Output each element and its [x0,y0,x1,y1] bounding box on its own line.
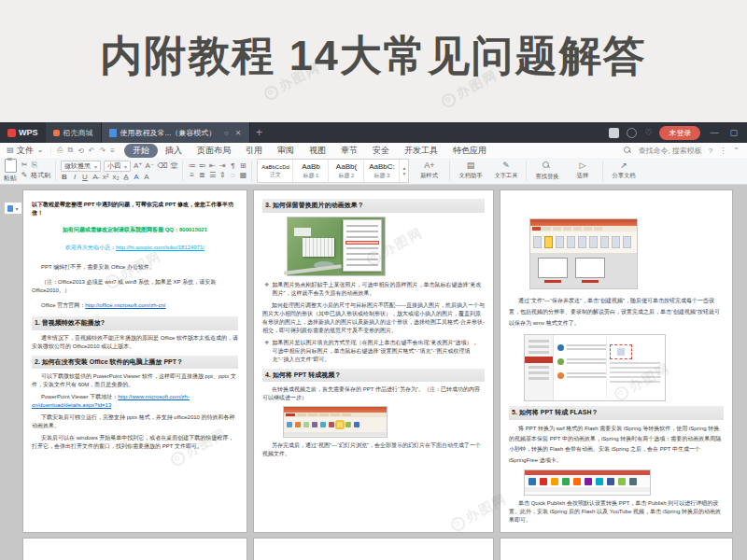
text-tool-button[interactable]: ✎ 文字工具 [490,161,521,180]
minimize-button[interactable]: — [708,129,720,137]
tab-section[interactable]: 章节 [333,143,365,159]
align-center-icon[interactable]: ≣ [198,172,205,179]
document-canvas[interactable]: 以下教程是帮您整理 PPT 中遇到的问题，可帮你完成 PPT 修改，使您工作事半… [0,185,747,560]
cut-icon[interactable]: ✂ [21,161,28,169]
select-button[interactable]: ▷ 选择 [567,161,598,180]
scroll-down-icon[interactable]: ▼ [402,171,406,176]
document-page-4[interactable] [23,539,247,560]
font-size-select[interactable]: 小四▾ [104,161,131,172]
preview-icon[interactable]: ⟲ [76,147,86,155]
show-marks-icon[interactable]: ¶ [229,162,236,170]
format-painter-button[interactable]: ✎ 格式刷 [21,171,50,180]
redo-icon[interactable]: ↷ [98,147,108,155]
file-menu-button[interactable]: ▤ 文件 ⌄ [0,145,50,157]
question-heading-4: 4. 如何将 PPT 转成视频？ [262,369,485,383]
tab-document[interactable]: 使用教程及常...（兼容模式） ○ ✕ [102,122,250,143]
document-page-5[interactable] [254,539,493,560]
login-button[interactable]: 未登录 [659,126,700,140]
doc-assistant-button[interactable]: ▤ 文档助手 [455,161,486,180]
align-right-icon[interactable]: ☰ [208,172,216,179]
numbered-list-icon[interactable]: ≕ [198,162,205,170]
line-spacing-icon[interactable]: ⇕ [218,172,226,179]
font-name-select[interactable]: 微软雅黑▾ [61,161,101,172]
print-icon[interactable]: ⧉ [65,146,75,155]
increase-indent-icon[interactable]: ⇥ [218,162,226,170]
decor-bar [529,478,536,485]
share-doc-button[interactable]: ↗ 分享文档 [608,161,639,180]
style-normal[interactable]: AaBbCcDd 正文 [258,160,293,182]
help-icon[interactable]: ? [709,147,712,155]
text-tool-icon: ✎ [502,161,510,170]
font-color-icon[interactable]: A [133,174,140,181]
document-page-3[interactable]: 通过“文件”—“保存并发送”，单击“创建视频”，随后便可单击按钮完成每个一些设置… [500,190,732,532]
decor-bar [342,413,351,416]
shading-icon[interactable]: ◌ [229,172,236,179]
wps-logo[interactable]: WPS [0,122,46,143]
tab-special-features[interactable]: 特色应用 [445,143,494,159]
decor-bar [308,413,317,416]
tab-references[interactable]: 引用 [238,143,270,159]
decor-bar [354,422,359,427]
bold-button[interactable]: B [61,174,68,181]
copy-icon[interactable]: ⎘ [31,161,38,169]
styles-scroll-arrows[interactable]: ▲ ▼ [400,160,408,182]
undo-icon[interactable]: ↶ [87,147,97,155]
paste-options-floatie[interactable]: ▾ [4,202,22,215]
subscript-icon[interactable]: x₂ [112,174,120,181]
collapse-ribbon-icon[interactable]: ⌃ [733,147,740,155]
decor-bar [345,422,351,427]
clear-format-icon[interactable]: ⌫ [157,162,167,170]
office-site-url[interactable]: http://office.microsoft.com/zh-cn/ [85,302,165,308]
underline-button[interactable]: U [81,174,89,181]
decor-bar [585,478,592,485]
document-page-2[interactable]: 3. 如何保留替换图片的动画效果？ ❖ 如果图片热点刚好贴于上某张照片，可选中相… [254,190,493,532]
decor-bar [629,478,637,485]
shrink-font-icon[interactable]: A⁻ [146,162,155,170]
decor-bar [532,227,541,231]
tab-docer-store[interactable]: 稻壳商城 [46,122,102,143]
shop-link-url[interactable]: http://hi.qoopic.com/tuku/18124971/ [116,245,204,250]
sort-icon[interactable]: ▦ [239,172,247,179]
customize-quickbar-icon[interactable]: ≡ [108,147,117,155]
tab-page-layout[interactable]: 页面布局 [190,143,238,159]
decor-bar [607,478,614,485]
tab-home[interactable]: 开始 [124,144,158,158]
style-heading1[interactable]: AaBb 标题 1 [293,160,329,182]
decrease-indent-icon[interactable]: ⇤ [208,162,216,170]
style-heading2[interactable]: AaBb( 标题 2 [329,160,364,182]
new-style-button[interactable]: A+ 新样式 [414,161,444,180]
decor-bar [544,236,553,248]
avatar[interactable] [609,128,619,138]
document-page-6[interactable] [500,539,732,560]
highlight-color-icon[interactable]: A̲ [122,174,130,181]
grow-font-icon[interactable]: A⁺ [134,162,143,170]
strikethrough-icon[interactable]: A̶ [92,174,99,181]
phonetic-guide-icon[interactable]: 堂 [170,162,177,170]
superscript-icon[interactable]: x² [102,174,109,181]
document-page-1[interactable]: 以下教程是帮您整理 PPT 中遇到的问题，可帮你完成 PPT 修改，使您工作事半… [23,190,247,532]
tab-sync-icon[interactable]: ○ [224,129,229,137]
favorite-heart-icon[interactable]: ♡ [644,129,652,137]
align-left-icon[interactable]: ≡ [188,172,195,179]
search-command-hint[interactable]: 查找命令, 搜索模板 [638,146,701,156]
decor-bar [610,371,660,373]
italic-button[interactable]: I [71,174,78,181]
find-replace-button[interactable]: 查找替换 [531,161,562,181]
new-tab-button[interactable]: + [250,122,269,143]
more-options-icon[interactable]: ⋮ [719,147,726,155]
tab-review[interactable]: 审阅 [270,143,302,159]
borders-icon[interactable]: ⊞ [239,162,247,170]
character-shading-icon[interactable]: A [143,174,150,181]
maximize-button[interactable]: ▢ [727,129,740,137]
paste-button[interactable]: 粘贴 [4,159,17,183]
tab-close-icon[interactable]: ✕ [235,129,242,137]
tab-view[interactable]: 视图 [302,143,333,159]
bullet-list-icon[interactable]: ≔ [188,162,195,170]
save-icon[interactable]: ⎙ [55,146,64,155]
style-heading3[interactable]: AaBbC: 标题 3 [364,160,400,182]
tab-insert[interactable]: 插入 [158,143,190,159]
tab-dev-tools[interactable]: 开发工具 [397,143,445,159]
tab-security[interactable]: 安全 [365,143,397,159]
account-circle-icon[interactable] [627,128,637,138]
bullet-text: 如果图片是以图片填充的方式呈现（在图片上单击右键不会出现“更改图片”选项），可选… [272,339,483,364]
